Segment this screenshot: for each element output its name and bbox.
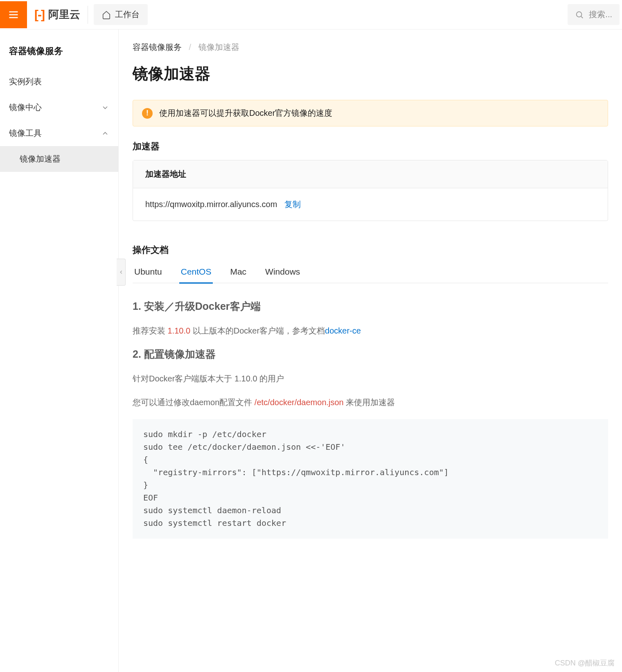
watermark: CSDN @醋椒豆腐 [555, 658, 615, 668]
info-icon: ! [142, 108, 153, 119]
breadcrumb: 容器镜像服务 / 镜像加速器 [133, 42, 608, 53]
tab-centos[interactable]: CentOS [179, 264, 213, 284]
step1-text: 推荐安装 1.10.0 以上版本的Docker客户端，参考文档docker-ce [133, 324, 608, 338]
step1-heading: 1. 安装／升级Docker客户端 [133, 300, 608, 313]
tab-windows[interactable]: Windows [264, 264, 302, 284]
brand-bracket-icon: [-] [34, 8, 44, 22]
breadcrumb-current: 镜像加速器 [198, 43, 239, 52]
workspace-button[interactable]: 工作台 [94, 4, 148, 25]
sidebar-item-mirror-accelerator[interactable]: 镜像加速器 [0, 146, 118, 172]
breadcrumb-separator: / [189, 43, 192, 52]
sidebar-item-instances[interactable]: 实例列表 [0, 69, 118, 95]
os-tabs: Ubuntu CentOS Mac Windows [133, 264, 608, 283]
docker-ce-link[interactable]: docker-ce [325, 326, 361, 335]
workspace-label: 工作台 [115, 9, 140, 20]
docs-section-title: 操作文档 [133, 244, 608, 256]
step2-text-1: 针对Docker客户端版本大于 1.10.0 的用户 [133, 372, 608, 386]
home-icon [102, 10, 111, 19]
svg-line-4 [581, 16, 583, 18]
alert-text: 使用加速器可以提升获取Docker官方镜像的速度 [159, 108, 332, 119]
chevron-down-icon [101, 104, 109, 112]
sidebar-item-image-center[interactable]: 镜像中心 [0, 95, 118, 120]
version-highlight: 1.10.0 [168, 326, 191, 335]
sidebar-collapse-handle[interactable] [117, 259, 126, 286]
brand-text: 阿里云 [48, 7, 80, 22]
top-header: [-] 阿里云 工作台 搜索... [0, 0, 622, 29]
sidebar-item-image-tools[interactable]: 镜像工具 [0, 120, 118, 146]
chevron-left-icon [118, 269, 124, 275]
svg-point-3 [577, 11, 582, 17]
step2-text-2: 您可以通过修改daemon配置文件 /etc/docker/daemon.jso… [133, 395, 608, 409]
search-icon [575, 10, 584, 19]
tab-mac[interactable]: Mac [228, 264, 248, 284]
hamburger-icon [8, 9, 19, 20]
accelerator-address-label: 加速器地址 [133, 160, 608, 188]
hamburger-menu-button[interactable] [0, 1, 27, 28]
daemon-json-path: /etc/docker/daemon.json [255, 398, 344, 407]
accelerator-url: https://qmwoxitp.mirror.aliyuncs.com [145, 200, 277, 209]
search-placeholder: 搜索... [589, 9, 612, 20]
tab-ubuntu[interactable]: Ubuntu [133, 264, 164, 284]
accelerator-address-box: 加速器地址 https://qmwoxitp.mirror.aliyuncs.c… [133, 160, 608, 221]
step2-heading: 2. 配置镜像加速器 [133, 347, 608, 361]
accelerator-section-title: 加速器 [133, 140, 608, 153]
brand-logo[interactable]: [-] 阿里云 [27, 6, 88, 24]
sidebar: 容器镜像服务 实例列表 镜像中心 镜像工具 镜像加速器 [0, 29, 119, 672]
code-block[interactable]: sudo mkdir -p /etc/docker sudo tee /etc/… [133, 419, 608, 539]
breadcrumb-root[interactable]: 容器镜像服务 [133, 43, 182, 52]
search-input[interactable]: 搜索... [568, 4, 620, 25]
info-alert: ! 使用加速器可以提升获取Docker官方镜像的速度 [133, 100, 608, 126]
chevron-up-icon [101, 129, 109, 138]
page-title: 镜像加速器 [133, 63, 608, 84]
main-content: 容器镜像服务 / 镜像加速器 镜像加速器 ! 使用加速器可以提升获取Docker… [119, 29, 622, 672]
sidebar-title: 容器镜像服务 [0, 38, 118, 69]
copy-button[interactable]: 复制 [284, 199, 301, 210]
